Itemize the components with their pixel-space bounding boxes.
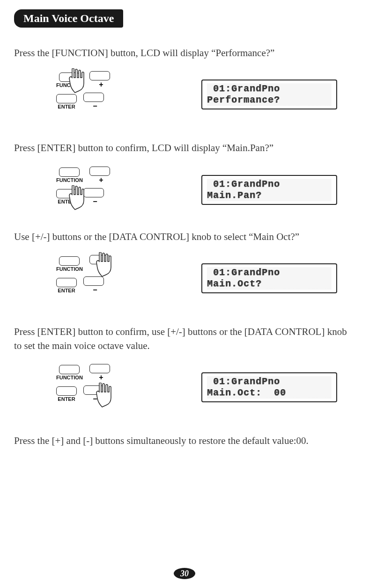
plus-button[interactable] bbox=[89, 167, 110, 176]
lcd-display-3: 01:GrandPno Main.Oct? bbox=[201, 263, 337, 293]
page-number: 30 bbox=[174, 569, 195, 579]
step4-row: FUNCTION + ENTER − 01:GrandPno Main.Oct:… bbox=[14, 364, 355, 411]
step4-text: Press [ENTER] button to confirm, use [+/… bbox=[14, 325, 355, 353]
lcd-line1: 01:GrandPno bbox=[207, 267, 332, 278]
minus-sign: − bbox=[93, 286, 97, 294]
lcd-line2: Performance? bbox=[207, 94, 332, 106]
enter-label: ENTER bbox=[58, 199, 75, 204]
lcd-line1: 01:GrandPno bbox=[207, 179, 332, 190]
minus-button[interactable] bbox=[83, 276, 104, 286]
plus-sign: + bbox=[99, 176, 103, 184]
step5-text: Press the [+] and [-] buttons simultaneo… bbox=[14, 434, 355, 448]
plus-button[interactable] bbox=[89, 71, 110, 80]
minus-button[interactable] bbox=[83, 188, 104, 197]
function-button[interactable] bbox=[59, 256, 80, 266]
lcd-line2: Main.Oct: 00 bbox=[207, 387, 332, 399]
plus-sign: + bbox=[99, 264, 103, 273]
lcd-line2: Main.Pan? bbox=[207, 190, 332, 201]
button-panel-2: FUNCTION + ENTER − bbox=[56, 167, 126, 213]
lcd-display-2: 01:GrandPno Main.Pan? bbox=[201, 175, 337, 205]
function-button[interactable] bbox=[59, 167, 80, 177]
step2-text: Press [ENTER] button to confirm, LCD wil… bbox=[14, 141, 355, 155]
enter-button[interactable] bbox=[56, 386, 77, 396]
lcd-line1: 01:GrandPno bbox=[207, 83, 332, 94]
function-label: FUNCTION bbox=[56, 177, 83, 183]
step1-text: Press the [FUNCTION] button, LCD will di… bbox=[14, 46, 355, 60]
enter-button[interactable] bbox=[56, 278, 77, 287]
plus-sign: + bbox=[99, 80, 103, 89]
step2-row: FUNCTION + ENTER − 01:GrandPno Main.Pan? bbox=[14, 167, 355, 213]
enter-label: ENTER bbox=[58, 288, 75, 293]
function-label: FUNCTION bbox=[56, 266, 83, 272]
enter-label: ENTER bbox=[58, 104, 75, 109]
step1-row: FUNCTION + ENTER − 01:GrandPno Performan… bbox=[14, 71, 355, 118]
page-number-value: 30 bbox=[174, 568, 195, 579]
enter-button[interactable] bbox=[56, 94, 77, 103]
minus-sign: − bbox=[93, 395, 97, 403]
lcd-display-1: 01:GrandPno Performance? bbox=[201, 80, 337, 109]
section-title: Main Voice Octave bbox=[14, 9, 123, 28]
lcd-display-4: 01:GrandPno Main.Oct: 00 bbox=[201, 372, 337, 402]
minus-sign: − bbox=[93, 102, 97, 110]
function-button[interactable] bbox=[59, 73, 80, 82]
step3-text: Use [+/-] buttons or the [DATA CONTROL] … bbox=[14, 230, 355, 244]
plus-button[interactable] bbox=[89, 364, 110, 373]
minus-sign: − bbox=[93, 197, 97, 206]
lcd-line1: 01:GrandPno bbox=[207, 376, 332, 387]
button-panel-1: FUNCTION + ENTER − bbox=[56, 71, 126, 118]
plus-sign: + bbox=[99, 373, 103, 382]
minus-button[interactable] bbox=[83, 385, 104, 395]
button-panel-3: FUNCTION + ENTER − bbox=[56, 255, 126, 302]
lcd-line2: Main.Oct? bbox=[207, 278, 332, 290]
minus-button[interactable] bbox=[83, 93, 104, 102]
step3-row: FUNCTION + ENTER − 01:GrandPno Main.Oct? bbox=[14, 255, 355, 302]
plus-button[interactable] bbox=[89, 255, 110, 264]
button-panel-4: FUNCTION + ENTER − bbox=[56, 364, 126, 411]
function-label: FUNCTION bbox=[56, 375, 83, 380]
function-label: FUNCTION bbox=[56, 82, 83, 88]
function-button[interactable] bbox=[59, 365, 80, 374]
enter-button[interactable] bbox=[56, 189, 77, 198]
enter-label: ENTER bbox=[58, 396, 75, 402]
